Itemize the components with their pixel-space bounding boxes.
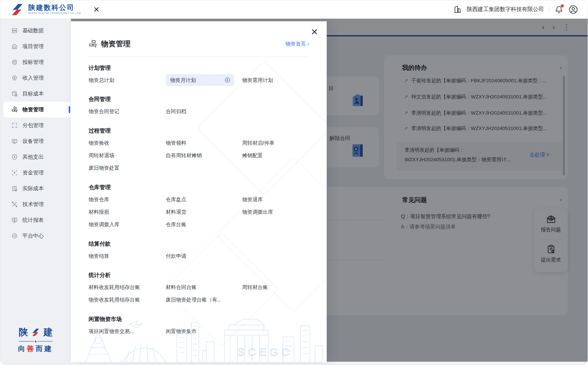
tools-cross-icon [11,201,18,207]
menu-item-amortize-config[interactable]: 摊销配置 [242,149,314,161]
plus-circle-icon[interactable] [225,77,230,83]
building-icon [11,43,18,50]
menu-item-material-warehouse[interactable]: 物资仓库 [89,194,166,205]
sidebar-item-label: 统计报表 [22,217,44,224]
brackets-yen-icon [11,170,18,176]
sidebar-item-label: 投标管理 [22,59,44,66]
section-title-contract-mgmt: 合同管理 [89,95,314,103]
top-header: 陕建数科公司 SCEGC DIGITAL TECHNOLOGY CO.,LTD.… [0,0,588,19]
menu-item-scrap-disposal[interactable]: 废旧物资处置 [89,162,166,174]
section-title-warehouse-mgmt: 仓库管理 [89,184,314,191]
company-building-icon [453,6,462,14]
menu-item-contract-archive[interactable]: 合同归档 [166,105,242,117]
menu-item-payment-request[interactable]: 付款申请 [166,250,242,262]
menu-close-icon[interactable]: × [311,26,318,37]
sidebar-item-label: 资金管理 [22,169,44,176]
database-icon [11,91,18,97]
menu-item-material-inout-ledger[interactable]: 材料收发耗用结存台账 [89,281,166,293]
sidebar-item-label: 项目管理 [22,43,44,50]
menu-item-turnover-ledger[interactable]: 周转材台账 [242,281,314,293]
sidebar-item-label: 基础数据 [22,27,44,34]
menu-item-material-requisition[interactable]: 物资领料 [166,137,242,149]
target-icon [11,59,18,65]
sidebar-item-label: 其他支出 [22,153,44,160]
footer-logo-char-right: 建 [43,326,53,338]
receipt-icon [11,185,18,192]
sidebar-item-funds-mgmt[interactable]: 资金管理 [0,165,71,181]
section-title-process-mgmt: 过程管理 [89,127,314,134]
menu-item-own-turnover-amortize[interactable]: 自有周转材摊销 [166,149,242,161]
sidebar-item-subcontract-mgmt[interactable]: 分包管理 [0,118,71,133]
scegc-logo-icon [10,3,25,16]
section-title-statistics: 统计分析 [89,271,314,279]
svg-text:SCEGC: SCEGC [237,346,293,358]
logo-title: 陕建数科公司 [28,4,82,11]
footer-motto: 向善而建 [18,344,53,354]
sidebar-item-label: 实际成本 [22,185,44,192]
logo-subtitle: SCEGC DIGITAL TECHNOLOGY CO.,LTD. [28,12,82,15]
menu-item-scrap-ledger[interactable]: 废旧物资处理台账（有... [166,294,242,306]
monitor-chart-icon [11,217,18,223]
sidebar-item-bidding-mgmt[interactable]: 投标管理 [0,54,71,70]
menu-item-supplies-inout-ledger[interactable]: 物资收发耗用结存台账 [89,294,166,306]
notifications-bell-icon[interactable] [555,5,563,14]
divider [549,6,549,13]
menu-item-turnover-start-stop[interactable]: 周转材启/停单 [242,137,314,149]
sidebar-item-statistics-report[interactable]: 统计报表 [0,212,71,228]
menu-item-material-total-plan[interactable]: 物资总计划 [89,74,166,86]
menu-item-transfer-in[interactable]: 物资调拨入库 [89,218,166,230]
menu-item-material-contract-ledger[interactable]: 材料合同台账 [166,281,242,293]
coin-yen-icon [11,75,18,81]
menu-item-material-return-goods[interactable]: 材料退货 [166,206,242,218]
sidebar-item-equipment-mgmt[interactable]: 设备管理 [0,133,71,149]
menu-item-warehouse-ledger[interactable]: 仓库台账 [166,218,242,230]
sidebar-footer-logo: 陕 建 向善而建 [0,326,71,354]
sidebar-item-label: 目标成本 [22,90,44,97]
materials-mega-menu: × 物资管理 物资首页 › 计划管理 物资总计划 物资月计划 物资需用计划 合同… [71,21,327,362]
footer-logo-char-left: 陕 [19,326,28,338]
materials-stack-icon [89,40,97,48]
menu-item-contract-register[interactable]: 物资合同登记 [89,105,166,117]
sidebar-item-materials-mgmt[interactable]: 物资管理 [3,102,71,118]
menu-item-material-settlement[interactable]: 物资结算 [89,250,166,262]
sidebar-item-base-data[interactable]: 基础数据 [0,23,71,39]
menu-item-material-damage[interactable]: 材料报损 [89,206,166,218]
menu-item-warehouse-check[interactable]: 仓库盘点 [166,194,242,205]
divider [89,57,309,57]
sidebar-item-target-cost[interactable]: 目标成本 [0,86,71,102]
sidebar-item-income-mgmt[interactable]: 收入管理 [0,70,71,86]
gauge-icon [11,233,18,239]
menu-item-material-demand-plan[interactable]: 物资需用计划 [242,74,314,86]
app-window: ‹ › ⋮ 目 解除合同 [0,0,588,365]
sidebar-item-project-mgmt[interactable]: 项目管理 [0,39,71,54]
sidebar-item-actual-cost[interactable]: 实际成本 [0,181,71,196]
menu-item-material-acceptance[interactable]: 物资验收 [89,137,166,149]
layers-icon [11,28,18,34]
sidebar-item-other-expense[interactable]: 其他支出 [0,149,71,165]
skyline-watermark: SCEGC [71,311,327,362]
user-avatar-icon[interactable] [569,5,578,14]
app-logo: 陕建数科公司 SCEGC DIGITAL TECHNOLOGY CO.,LTD. [10,3,82,16]
active-indicator [69,106,70,113]
material-bricks-icon [11,106,18,113]
header-close-icon[interactable]: × [93,4,99,15]
shield-yen-icon [11,154,18,160]
menu-item-material-return-store[interactable]: 物资退库 [242,194,314,205]
menu-title: 物资管理 [101,39,130,49]
section-title-settlement: 结算付款 [89,240,314,247]
menu-item-turnover-exit[interactable]: 周转材退场 [89,149,166,161]
sidebar-item-tech-mgmt[interactable]: 技术管理 [0,196,71,212]
menu-item-material-monthly-plan[interactable]: 物资月计划 [166,74,234,86]
sidebar-item-label: 技术管理 [22,201,44,208]
sidebar-item-label: 收入管理 [22,75,44,82]
footer-logo-divider [19,340,53,342]
sidebar-item-label: 分包管理 [22,122,44,129]
sidebar-item-label: 平台中心 [22,232,44,239]
menu-item-transfer-out[interactable]: 物资调拨出库 [242,206,314,218]
sidebar-item-platform-center[interactable]: 平台中心 [0,228,71,244]
sidebar-item-label: 设备管理 [22,138,44,145]
puzzle-icon [11,122,18,129]
notification-dot [561,4,564,7]
sj-arrows-icon [30,328,41,337]
materials-home-link[interactable]: 物资首页 › [285,41,309,47]
